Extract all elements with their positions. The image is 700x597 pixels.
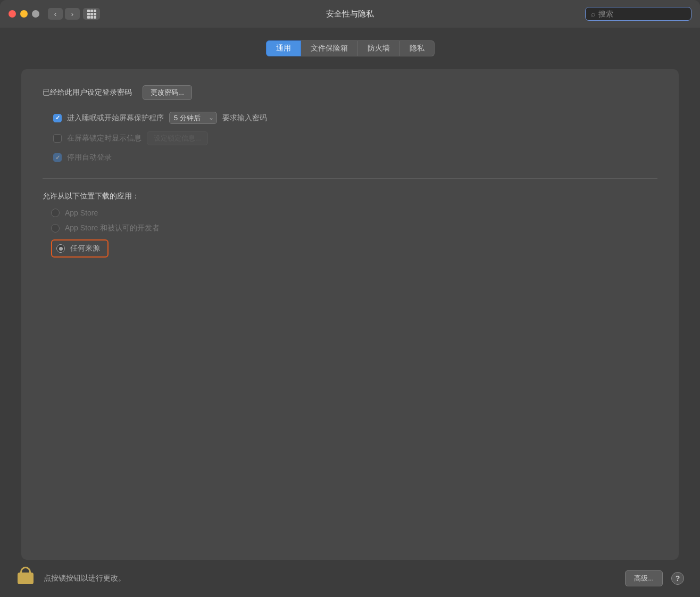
radio-anywhere-label: 任何来源 bbox=[70, 244, 100, 253]
auto-login-label: 停用自动登录 bbox=[67, 153, 112, 162]
minimize-button[interactable] bbox=[20, 10, 28, 18]
grid-icon bbox=[87, 10, 96, 19]
bottom-bar: 点按锁按钮以进行更改。 高级... ? bbox=[0, 560, 700, 597]
search-bar[interactable]: ⌕ bbox=[585, 7, 691, 21]
lock-message-label: 在屏幕锁定时显示信息 bbox=[67, 134, 141, 143]
sleep-option-row: 进入睡眠或开始屏幕保护程序 5 分钟后 1 分钟后 2 分钟后 10 分钟后 立… bbox=[53, 112, 657, 124]
close-button[interactable] bbox=[9, 10, 16, 18]
radio-app-store-label: App Store bbox=[65, 209, 98, 217]
nav-buttons: ‹ › bbox=[48, 8, 80, 20]
tab-filevault[interactable]: 文件保险箱 bbox=[301, 40, 358, 56]
tab-privacy[interactable]: 隐私 bbox=[400, 40, 435, 56]
password-row: 已经给此用户设定登录密码 更改密码... bbox=[43, 85, 657, 100]
settings-panel: 已经给此用户设定登录密码 更改密码... 进入睡眠或开始屏幕保护程序 5 分钟后… bbox=[21, 69, 679, 560]
tab-general[interactable]: 通用 bbox=[266, 40, 301, 56]
forward-button[interactable]: › bbox=[65, 8, 80, 20]
maximize-button[interactable] bbox=[32, 10, 39, 18]
traffic-lights bbox=[9, 10, 39, 18]
lock-message-checkbox[interactable] bbox=[53, 134, 62, 143]
sleep-label-suffix: 要求输入密码 bbox=[222, 113, 267, 123]
search-icon: ⌕ bbox=[591, 10, 595, 18]
grid-button[interactable] bbox=[83, 8, 100, 20]
lock-icon[interactable] bbox=[16, 567, 35, 590]
section-divider bbox=[43, 178, 657, 179]
change-password-button[interactable]: 更改密码... bbox=[143, 85, 192, 100]
download-section: 允许从以下位置下载的应用： App Store App Store 和被认可的开… bbox=[43, 192, 657, 258]
advanced-button[interactable]: 高级... bbox=[625, 570, 663, 586]
help-button[interactable]: ? bbox=[671, 572, 684, 585]
window-title: 安全性与隐私 bbox=[326, 9, 374, 19]
lock-body bbox=[18, 573, 34, 584]
sleep-label-prefix: 进入睡眠或开始屏幕保护程序 bbox=[67, 113, 164, 123]
lock-status-label: 点按锁按钮以进行更改。 bbox=[44, 574, 616, 583]
radio-app-store-row: App Store bbox=[51, 209, 657, 217]
password-label: 已经给此用户设定登录密码 bbox=[43, 88, 132, 97]
radio-anywhere[interactable] bbox=[56, 244, 65, 253]
radio-app-store-developers[interactable] bbox=[51, 224, 60, 233]
radio-anywhere-highlight: 任何来源 bbox=[51, 239, 109, 258]
main-window: ‹ › 安全性与隐私 ⌕ 通用 文件保险箱 防火墙 隐私 bbox=[0, 0, 700, 597]
lock-message-option-row: 在屏幕锁定时显示信息 设定锁定信息... bbox=[53, 131, 657, 145]
radio-app-store[interactable] bbox=[51, 209, 60, 217]
tab-bar: 通用 文件保险箱 防火墙 隐私 bbox=[21, 40, 679, 56]
back-button[interactable]: ‹ bbox=[48, 8, 63, 20]
sleep-dropdown[interactable]: 5 分钟后 1 分钟后 2 分钟后 10 分钟后 立即 bbox=[169, 112, 217, 124]
radio-app-store-developers-row: App Store 和被认可的开发者 bbox=[51, 223, 657, 233]
radio-anywhere-row: 任何来源 bbox=[51, 239, 657, 258]
options-section: 进入睡眠或开始屏幕保护程序 5 分钟后 1 分钟后 2 分钟后 10 分钟后 立… bbox=[43, 112, 657, 162]
titlebar: ‹ › 安全性与隐私 ⌕ bbox=[0, 0, 700, 28]
sleep-dropdown-wrapper: 5 分钟后 1 分钟后 2 分钟后 10 分钟后 立即 bbox=[169, 112, 217, 124]
radio-app-store-developers-label: App Store 和被认可的开发者 bbox=[65, 223, 160, 233]
tab-firewall[interactable]: 防火墙 bbox=[358, 40, 400, 56]
set-lock-message-button[interactable]: 设定锁定信息... bbox=[147, 131, 208, 145]
search-input[interactable] bbox=[598, 10, 686, 18]
download-section-title: 允许从以下位置下载的应用： bbox=[43, 192, 657, 201]
radio-options: App Store App Store 和被认可的开发者 任何来源 bbox=[43, 209, 657, 258]
auto-login-checkbox[interactable] bbox=[53, 153, 62, 162]
content-area: 通用 文件保险箱 防火墙 隐私 已经给此用户设定登录密码 更改密码... 进入睡… bbox=[0, 28, 700, 560]
auto-login-option-row: 停用自动登录 bbox=[53, 153, 657, 162]
sleep-checkbox[interactable] bbox=[53, 114, 62, 122]
